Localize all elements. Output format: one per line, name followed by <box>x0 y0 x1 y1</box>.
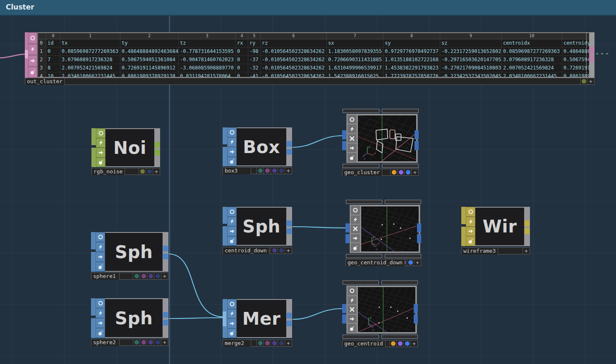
node-sphere2[interactable]: Sph <box>91 298 168 338</box>
table-cell[interactable]: 0.08596987277269363 <box>60 48 120 55</box>
bottom-output-connector[interactable] <box>382 164 419 168</box>
node-nametag-wireframe3[interactable]: wireframe3 <box>461 247 530 254</box>
node-merge2[interactable]: Mer <box>223 299 292 338</box>
flag-dot[interactable] <box>147 339 154 345</box>
output-connector[interactable] <box>287 321 292 326</box>
output-connector[interactable] <box>287 149 292 155</box>
table-cell[interactable]: 0 <box>46 33 60 39</box>
output-connector[interactable] <box>525 220 530 226</box>
table-cell[interactable]: 0.5067594051361084 <box>120 56 179 64</box>
bypass-flag-icon[interactable] <box>227 157 237 167</box>
input-connector[interactable] <box>91 145 96 148</box>
flag-dot[interactable] <box>140 273 147 279</box>
bottom-input-connector[interactable] <box>343 335 379 339</box>
table-cell[interactable]: -0.29716503620147705 <box>440 56 502 64</box>
node-centroid_down[interactable]: Sph <box>223 207 292 246</box>
output-connector[interactable] <box>414 314 418 323</box>
add-flag-icon[interactable] <box>411 169 418 175</box>
table-cell[interactable]: 0.08596987277269363 <box>502 48 562 55</box>
flag-dot[interactable] <box>407 259 414 266</box>
output-connector[interactable] <box>417 234 421 243</box>
flag-dot[interactable] <box>404 169 411 175</box>
top-output-connector[interactable] <box>385 200 421 204</box>
input-connector[interactable] <box>223 144 227 147</box>
cook-flag-icon[interactable] <box>96 138 105 148</box>
cook-flag-icon[interactable] <box>28 44 37 55</box>
table-cell[interactable]: 1.6310499906539917 <box>327 64 384 72</box>
flag-dot[interactable] <box>396 340 403 347</box>
table-cell[interactable]: 0 <box>236 48 248 55</box>
add-flag-icon[interactable] <box>285 340 292 346</box>
wire-sphere2-merge2[interactable] <box>169 318 223 318</box>
add-flag-icon[interactable] <box>285 168 292 174</box>
node-name[interactable]: rgb_noise <box>92 168 125 175</box>
node-name[interactable]: box3 <box>223 168 251 174</box>
table-cell[interactable]: tx <box>60 39 120 47</box>
node-box3[interactable]: Box <box>223 127 292 166</box>
table-cell[interactable]: 0 <box>46 48 60 55</box>
table-cell[interactable]: 0.7269191145896912 <box>120 64 179 72</box>
network-path-bar[interactable]: Cluster <box>0 0 616 16</box>
table-cell[interactable]: -32 <box>248 64 261 72</box>
input-connector-rail[interactable] <box>223 299 227 338</box>
table-cell[interactable]: -0.904781460762023 <box>179 56 236 64</box>
viewer-flag-icon[interactable] <box>96 298 105 308</box>
cook-flag-icon[interactable] <box>227 217 237 227</box>
flag-dot[interactable] <box>278 168 285 174</box>
add-flag-icon[interactable] <box>153 168 160 175</box>
table-cell[interactable]: 0.48648884892463684 <box>562 48 590 55</box>
node-nametag-sphere1[interactable]: sphere1 <box>91 273 168 280</box>
table-cell[interactable]: sz <box>440 39 502 47</box>
table-cell[interactable]: 0.48648884892463684 <box>120 48 179 55</box>
output-connector[interactable] <box>163 312 168 318</box>
viewer-flag-icon[interactable] <box>227 207 237 217</box>
wire-merge2-geo_centroid[interactable] <box>292 309 343 319</box>
wire-sphere1-merge2[interactable] <box>169 254 223 317</box>
table-cell[interactable] <box>38 33 46 39</box>
table-cell[interactable]: 1.0135188102722168 <box>384 56 440 64</box>
export-flag-icon[interactable] <box>28 55 37 67</box>
table-cell[interactable]: 3.079608917236328 <box>60 56 120 64</box>
table-cell[interactable]: -0.22342537343502045 <box>440 72 502 78</box>
top-input-connector[interactable] <box>346 200 382 204</box>
table-cell[interactable]: 2 <box>38 56 46 64</box>
table-cell[interactable]: 0.5067594051361084 <box>562 56 590 64</box>
input-connector-rail[interactable] <box>91 232 96 272</box>
export-flag-icon[interactable] <box>347 143 357 153</box>
table-cell[interactable]: 1 <box>38 48 46 55</box>
table-cell[interactable]: 3 <box>38 64 46 72</box>
export-flag-icon[interactable] <box>227 147 237 157</box>
table-cell[interactable]: 10 <box>502 33 562 39</box>
table-cell[interactable]: 10 <box>46 72 60 78</box>
input-connector[interactable] <box>345 223 350 232</box>
add-flag-icon[interactable] <box>587 78 594 84</box>
flag-dot[interactable] <box>390 169 397 175</box>
viewer-flag-icon[interactable] <box>227 299 237 309</box>
flag-dot[interactable] <box>278 340 285 346</box>
export-flag-icon[interactable] <box>227 318 237 328</box>
render-x-flag-icon[interactable] <box>350 224 360 234</box>
table-cell[interactable]: -0.010564502328634262 <box>261 56 327 64</box>
table-cell[interactable]: 7 <box>46 56 60 64</box>
viewer-flag-icon[interactable] <box>28 32 37 44</box>
node-name[interactable]: out_cluster <box>25 78 65 85</box>
table-cell[interactable]: 2.007052421569824 <box>60 64 120 72</box>
node-wireframe3[interactable]: Wir <box>461 207 530 246</box>
output-connector[interactable] <box>415 130 419 139</box>
bypass-flag-icon[interactable] <box>96 328 105 338</box>
output-connector[interactable] <box>590 55 594 62</box>
table-cell[interactable]: -0.778731644153595 <box>179 48 236 55</box>
dat-table-viewer[interactable]: 0123456789100idtxtytzrxryrzsxsyszcentroi… <box>37 32 590 78</box>
table-cell[interactable] <box>562 33 590 39</box>
node-name[interactable]: geo_centroid <box>343 340 386 347</box>
bypass-flag-icon[interactable] <box>347 153 357 162</box>
add-flag-icon[interactable] <box>414 259 421 266</box>
export-flag-icon[interactable] <box>96 318 105 328</box>
viewer-flag-icon[interactable] <box>96 128 105 138</box>
node-nametag-geo_cluster[interactable]: geo_cluster <box>342 169 419 176</box>
table-cell[interactable]: 2.0348100662231445 <box>60 72 120 78</box>
table-cell[interactable]: 7 <box>327 33 384 39</box>
table-cell[interactable]: rx <box>236 39 248 47</box>
bypass-flag-icon[interactable] <box>227 328 237 338</box>
input-connector-rail[interactable] <box>461 207 466 246</box>
